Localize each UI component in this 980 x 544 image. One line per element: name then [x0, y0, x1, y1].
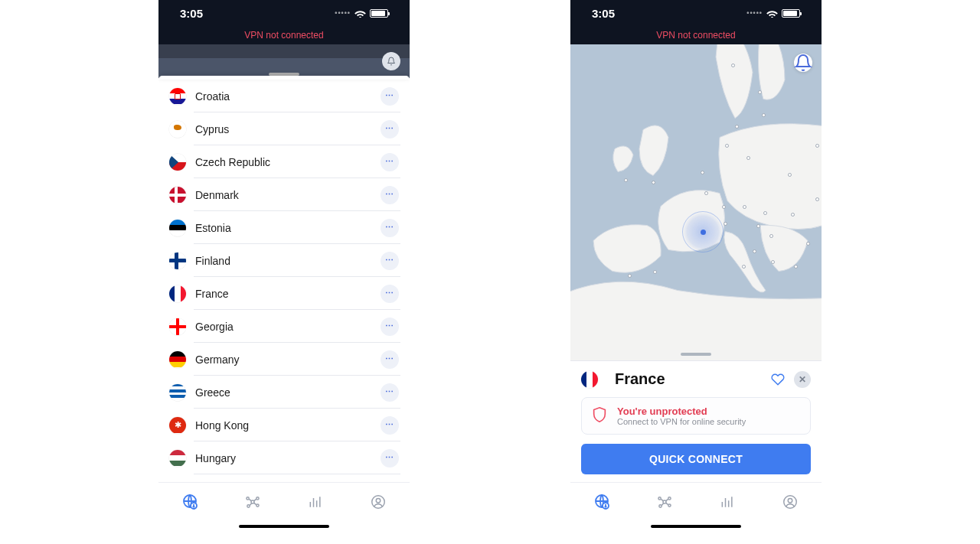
flag-icon-france	[581, 371, 598, 388]
more-icon[interactable]: ⋯	[381, 87, 399, 106]
home-indicator	[158, 520, 410, 536]
nav-mesh-icon[interactable]	[243, 493, 262, 511]
country-name: Germany	[195, 353, 381, 366]
country-row[interactable]: Iceland⋯	[158, 474, 410, 482]
status-bar: 3:05 •••••	[570, 0, 822, 26]
more-icon[interactable]: ⋯	[381, 120, 399, 138]
quick-connect-button[interactable]: QUICK CONNECT	[581, 444, 811, 474]
flag-icon	[169, 318, 186, 335]
country-row[interactable]: ✱Hong Kong⋯	[158, 409, 410, 441]
country-name: Croatia	[195, 90, 381, 103]
nav-globe-icon[interactable]	[181, 493, 199, 511]
country-row[interactable]: Germany⋯	[158, 343, 410, 376]
country-row[interactable]: Denmark⋯	[158, 178, 410, 211]
flag-icon	[169, 88, 186, 105]
flag-icon	[169, 252, 186, 269]
more-icon[interactable]: ⋯	[381, 318, 399, 336]
more-icon[interactable]: ⋯	[381, 219, 399, 237]
flag-icon	[169, 285, 186, 302]
svg-point-5	[247, 504, 250, 507]
flag-icon	[169, 154, 186, 171]
warning-title: You're unprotected	[617, 406, 746, 417]
wifi-icon	[354, 9, 366, 18]
close-icon[interactable]: ✕	[794, 371, 811, 388]
connect-card: France ✕ You're unprotected Connect to V…	[570, 360, 822, 482]
screen-country-list: 3:05 ••••• VPN not connected Croatia⋯Cyp…	[158, 0, 410, 536]
status-time: 3:05	[592, 7, 615, 20]
flag-icon	[169, 121, 186, 138]
flag-icon	[169, 384, 186, 401]
more-icon[interactable]: ⋯	[381, 482, 399, 483]
signal-dots-icon: •••••	[335, 9, 351, 17]
country-row[interactable]: Cyprus⋯	[158, 112, 410, 145]
country-name: Hungary	[195, 452, 381, 464]
nav-stats-icon[interactable]	[718, 493, 737, 511]
sheet-top-edge	[158, 76, 410, 80]
svg-point-8	[376, 498, 381, 503]
more-icon[interactable]: ⋯	[381, 350, 399, 369]
more-icon[interactable]: ⋯	[381, 449, 399, 467]
country-name: Georgia	[195, 321, 381, 333]
selected-location-pulse	[682, 211, 724, 252]
more-icon[interactable]: ⋯	[381, 252, 399, 270]
status-icons: •••••	[335, 9, 388, 18]
country-list[interactable]: Croatia⋯Cyprus⋯Czech Republic⋯Denmark⋯Es…	[158, 80, 410, 482]
bell-icon[interactable]	[794, 54, 812, 72]
vpn-status-banner: VPN not connected	[158, 26, 410, 44]
search-area[interactable]	[158, 44, 410, 79]
flag-icon	[169, 220, 186, 236]
nav-profile-icon[interactable]	[781, 493, 799, 511]
svg-point-12	[663, 500, 666, 503]
country-row[interactable]: France⋯	[158, 277, 410, 310]
nav-profile-icon[interactable]	[369, 493, 387, 511]
bell-icon[interactable]	[382, 52, 400, 70]
more-icon[interactable]: ⋯	[381, 285, 399, 303]
heart-icon[interactable]	[769, 371, 786, 388]
warning-box: You're unprotected Connect to VPN for on…	[581, 397, 811, 435]
more-icon[interactable]: ⋯	[381, 416, 399, 435]
signal-dots-icon: •••••	[746, 9, 763, 17]
country-row[interactable]: Estonia⋯	[158, 211, 410, 244]
flag-icon	[169, 187, 186, 204]
country-row[interactable]: Finland⋯	[158, 244, 410, 277]
svg-point-14	[668, 497, 671, 499]
flag-icon: ✱	[169, 417, 186, 434]
svg-point-16	[668, 503, 671, 506]
svg-point-6	[256, 503, 259, 506]
status-icons: •••••	[746, 9, 800, 18]
vpn-status-banner: VPN not connected	[570, 26, 822, 44]
more-icon[interactable]: ⋯	[381, 153, 399, 171]
nav-mesh-icon[interactable]	[655, 493, 674, 511]
flag-icon	[169, 351, 186, 368]
country-row[interactable]: Greece⋯	[158, 376, 410, 409]
flag-icon	[169, 450, 186, 467]
country-name: Hong Kong	[195, 419, 381, 432]
status-time: 3:05	[180, 7, 203, 20]
bottom-nav	[570, 482, 822, 520]
country-row[interactable]: Czech Republic⋯	[158, 145, 410, 178]
battery-icon	[782, 9, 800, 18]
bottom-nav	[158, 482, 410, 520]
screen-map-connect: 3:05 ••••• VPN not connected	[570, 0, 822, 536]
country-name: Denmark	[195, 189, 381, 201]
selected-country-name: France	[615, 370, 762, 388]
country-name: France	[195, 288, 381, 300]
more-icon[interactable]: ⋯	[381, 383, 399, 402]
warning-subtitle: Connect to VPN for online security	[617, 417, 746, 426]
nav-globe-icon[interactable]	[593, 493, 611, 511]
country-name: Estonia	[195, 222, 381, 234]
status-bar: 3:05 •••••	[158, 0, 410, 26]
svg-point-18	[788, 498, 792, 503]
server-map[interactable]	[570, 44, 822, 360]
country-name: Finland	[195, 255, 381, 267]
svg-point-4	[256, 497, 259, 499]
country-row[interactable]: Hungary⋯	[158, 441, 410, 474]
country-row[interactable]: Croatia⋯	[158, 80, 410, 112]
more-icon[interactable]: ⋯	[381, 186, 399, 204]
svg-point-13	[658, 497, 661, 499]
sheet-handle-icon[interactable]	[681, 353, 711, 356]
country-row[interactable]: Georgia⋯	[158, 310, 410, 343]
nav-stats-icon[interactable]	[306, 493, 325, 511]
svg-point-2	[251, 500, 254, 503]
shield-icon	[591, 406, 608, 424]
